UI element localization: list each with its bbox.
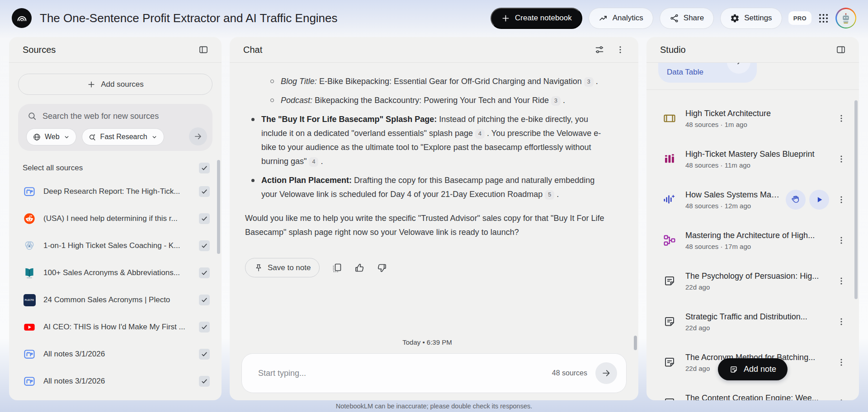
source-checkbox[interactable] [199,240,210,251]
source-list-item[interactable]: 100+ Sales Acronyms & Abbreviations... [9,259,222,286]
chevron-right-icon[interactable] [727,63,750,74]
source-checkbox[interactable] [199,349,210,360]
citation-badge[interactable]: 3 [584,77,594,87]
item-more-menu-icon[interactable] [834,355,849,370]
item-more-menu-icon[interactable] [834,111,849,126]
chat-timestamp: Today • 6:39 PM [245,338,609,353]
text-segment: . [554,190,559,199]
source-checkbox[interactable] [199,267,210,278]
web-filter-dropdown[interactable]: Web [26,128,76,145]
copy-icon[interactable] [331,262,342,273]
studio-item-text: Strategic Traffic and Distribution...22d… [685,312,829,332]
source-checkbox[interactable] [199,295,210,305]
chat-text: Action Plan Placement: Drafting the copy… [261,173,609,201]
studio-scroll-area[interactable]: Data Table High Ticket Architecture48 so… [646,63,859,400]
create-notebook-button[interactable]: Create notebook [491,8,582,29]
share-button[interactable]: Share [660,8,714,29]
sources-scrollbar[interactable] [217,160,220,254]
studio-list-item[interactable]: High-Ticket Mastery Sales Blueprint48 so… [646,139,859,179]
analytics-button[interactable]: Analytics [589,8,653,29]
add-note-button[interactable]: Add note [718,358,788,380]
item-more-menu-icon[interactable] [834,192,849,207]
citation-badge[interactable]: 4 [475,129,485,139]
add-sources-button[interactable]: Add sources [18,74,212,95]
source-list-item[interactable]: Deep Research Report: The High-Tick... [9,178,222,205]
source-checkbox[interactable] [199,186,210,197]
chat-scrollbar[interactable] [634,336,637,350]
studio-item-title: Mastering the Architecture of High... [685,231,829,240]
item-more-menu-icon[interactable] [834,233,849,248]
chat-input[interactable] [258,369,552,378]
source-list-item[interactable]: (USA) I need help determining if this r.… [9,205,222,232]
text-segment: Podcast: [281,96,315,105]
collapse-studio-panel-icon[interactable] [832,41,850,59]
arrow-right-icon [193,132,203,141]
citation-badge[interactable]: 4 [309,157,318,167]
source-checkbox[interactable] [199,213,210,224]
studio-item-meta: 48 sources · 11m ago [685,161,829,169]
source-title: 100+ Sales Acronyms & Abbreviations... [43,268,192,277]
studio-list-item[interactable]: How Sales Systems Map...48 sources · 12m… [646,179,859,220]
apps-grid-icon[interactable] [818,13,829,24]
save-to-note-button[interactable]: Save to note [245,258,320,277]
source-list-item[interactable]: All notes 3/1/2026 [9,368,222,395]
studio-list-item[interactable]: High Ticket Architecture48 sources · 1m … [646,98,859,139]
item-more-menu-icon[interactable] [834,151,849,167]
studio-list-item[interactable]: The Psychology of Persuasion: Hig...22d … [646,261,859,301]
text-segment: . [318,157,323,166]
source-title: AI CEO: THIS is How I'd Make My First ..… [43,323,192,332]
studio-item-meta: 48 sources · 17m ago [685,243,829,250]
select-all-checkbox[interactable] [199,163,210,173]
source-checkbox[interactable] [199,322,210,332]
plus-icon [501,14,510,23]
source-list-item[interactable]: PLECTO24 Common Sales Acronyms | Plecto [9,286,222,314]
sources-panel-title: Sources [23,45,56,55]
research-mode-dropdown[interactable]: Fast Research [82,128,164,145]
studio-item-text: How Sales Systems Map...48 sources · 12m… [685,190,782,210]
studio-scrollbar[interactable] [854,100,858,299]
note-icon [729,365,738,374]
source-list-item[interactable]: AI CEO: THIS is How I'd Make My First ..… [9,314,222,341]
studio-list-item[interactable]: The Content Creation Engine: Wee...22d a… [646,383,859,400]
text-segment: Bikepacking the Backcountry: Powering Yo… [315,96,551,105]
item-more-menu-icon[interactable] [834,273,849,289]
text-segment: . [561,96,565,105]
studio-list-item[interactable]: Mastering the Architecture of High...48 … [646,220,859,261]
thumbs-up-icon[interactable] [354,262,365,273]
select-all-label: Select all sources [23,164,83,173]
search-submit-button[interactable] [189,127,207,145]
chat-message-area[interactable]: Blog Title: E-Bike Bikepacking: Essentia… [230,63,638,353]
source-title: All notes 3/1/2026 [43,377,192,386]
interactive-mode-button[interactable] [786,190,806,210]
bullet-marker [270,98,274,102]
citation-badge[interactable]: 5 [545,190,554,200]
play-audio-button[interactable] [809,190,829,210]
source-title: Deep Research Report: The High-Tick... [43,187,192,196]
notebooklm-logo-icon[interactable] [12,8,32,28]
source-list-item[interactable]: All notes 3/1/2026 [9,341,222,368]
flashcards-icon [663,112,676,125]
send-button[interactable] [595,362,617,384]
studio-panel-title: Studio [660,45,686,55]
source-checkbox[interactable] [199,376,210,387]
notebook-title[interactable]: The One-Sentence Profit Extractor and AI… [40,11,338,25]
citation-badge[interactable]: 3 [551,96,561,106]
item-more-menu-icon[interactable] [834,314,849,329]
collapse-sources-panel-icon[interactable] [194,41,212,59]
thumbs-down-icon[interactable] [377,262,387,273]
text-segment: . [594,77,598,86]
studio-panel-header: Studio [646,37,859,63]
data-table-chip[interactable]: Data Table [658,63,757,83]
chat-settings-sliders-icon[interactable] [590,41,609,59]
gear-icon [730,14,740,23]
source-list-item[interactable]: 1-on-1 High Ticket Sales Coaching - K... [9,232,222,259]
avatar[interactable] [835,8,856,28]
mnote-icon [23,347,36,361]
settings-button[interactable]: Settings [720,8,782,29]
studio-item-text: High Ticket Architecture48 sources · 1m … [685,109,829,128]
chat-composer: 48 sources [241,353,627,393]
chat-more-menu-icon[interactable] [611,41,629,59]
search-input[interactable] [42,112,208,121]
item-more-menu-icon[interactable] [834,395,849,400]
studio-list-item[interactable]: Strategic Traffic and Distribution...22d… [646,301,859,342]
